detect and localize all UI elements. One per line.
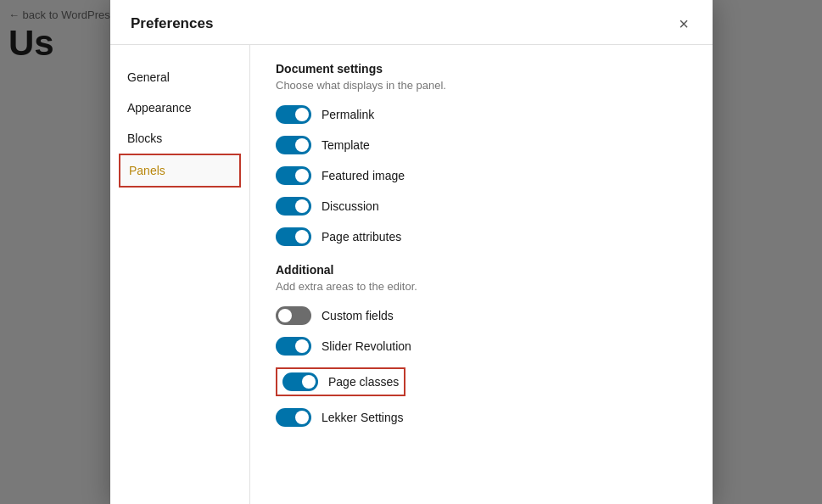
toggle-label-permalink: Permalink xyxy=(322,108,374,121)
sidebar-item-panels[interactable]: Panels xyxy=(119,154,241,188)
toggle-custom-fields[interactable] xyxy=(276,306,311,325)
toggle-slider-revolution[interactable] xyxy=(276,337,311,356)
close-button[interactable]: × xyxy=(675,15,692,32)
additional-desc: Add extra areas to the editor. xyxy=(276,280,687,293)
toggle-lekker-settings[interactable] xyxy=(276,408,311,427)
toggle-row-page-classes: Page classes xyxy=(276,367,405,396)
toggle-row-discussion: Discussion xyxy=(276,197,687,216)
toggle-featured-image[interactable] xyxy=(276,166,311,185)
additional-section: Additional Add extra areas to the editor… xyxy=(276,263,687,427)
document-settings-title: Document settings xyxy=(276,62,687,76)
sidebar-item-general[interactable]: General xyxy=(110,62,249,92)
modal-title: Preferences xyxy=(131,15,213,32)
content-area: Document settings Choose what displays i… xyxy=(250,45,713,504)
sidebar-item-blocks[interactable]: Blocks xyxy=(110,123,249,154)
toggle-label-lekker-settings: Lekker Settings xyxy=(322,411,404,424)
modal-body: General Appearance Blocks Panels Documen… xyxy=(110,45,713,504)
toggle-label-featured-image: Featured image xyxy=(322,169,405,182)
toggle-discussion[interactable] xyxy=(276,197,311,216)
toggle-template[interactable] xyxy=(276,136,311,154)
toggle-label-custom-fields: Custom fields xyxy=(322,309,394,322)
toggle-row-slider-revolution: Slider Revolution xyxy=(276,337,687,356)
toggle-row-lekker-settings: Lekker Settings xyxy=(276,408,687,427)
toggle-label-discussion: Discussion xyxy=(322,199,379,213)
document-settings-desc: Choose what displays in the panel. xyxy=(276,79,687,92)
toggle-row-page-attributes: Page attributes xyxy=(276,227,687,246)
toggle-row-featured-image: Featured image xyxy=(276,166,687,185)
toggle-row-template: Template xyxy=(276,136,687,154)
toggle-page-attributes[interactable] xyxy=(276,227,311,246)
toggle-permalink[interactable] xyxy=(276,105,311,124)
additional-title: Additional xyxy=(276,263,687,277)
document-settings-section: Document settings Choose what displays i… xyxy=(276,62,687,246)
toggle-label-page-classes: Page classes xyxy=(328,375,399,389)
sidebar-item-appearance[interactable]: Appearance xyxy=(110,92,249,123)
toggle-label-page-attributes: Page attributes xyxy=(322,230,401,244)
toggle-row-permalink: Permalink xyxy=(276,105,687,124)
sidebar: General Appearance Blocks Panels xyxy=(110,45,250,504)
toggle-label-slider-revolution: Slider Revolution xyxy=(322,339,411,353)
toggle-label-template: Template xyxy=(322,138,370,152)
modal-header: Preferences × xyxy=(110,0,713,45)
preferences-modal: Preferences × General Appearance Blocks … xyxy=(110,0,713,504)
toggle-row-custom-fields: Custom fields xyxy=(276,306,687,325)
toggle-page-classes[interactable] xyxy=(282,372,318,391)
